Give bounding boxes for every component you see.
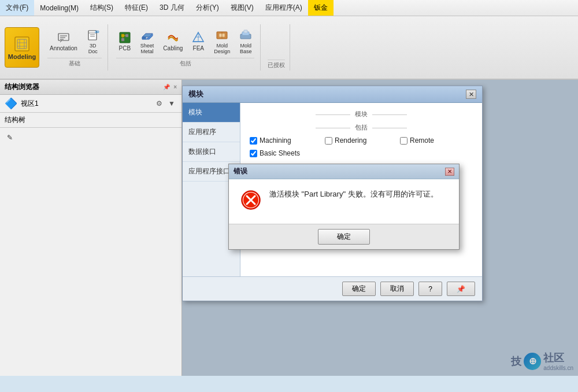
machining-label: Machining: [260, 136, 291, 145]
sheetmetal-label: SheetMetal: [140, 43, 154, 54]
error-ok-btn[interactable]: 确定: [318, 229, 370, 245]
menu-analysis[interactable]: 分析(Y): [190, 0, 225, 16]
pcb-label: PCB: [119, 45, 131, 51]
svg-rect-19: [121, 38, 124, 41]
modeling-label: Modeling: [8, 53, 36, 60]
panel-title-bar: 结构浏览器 📌 ×: [0, 80, 181, 95]
menu-bar: 文件(F) Modeling(M) 结构(S) 特征(E) 3D 几何 分析(Y…: [0, 0, 578, 16]
error-title-bar: 错误 ✕: [229, 164, 459, 179]
modules-dialog-close[interactable]: ✕: [466, 90, 476, 99]
mold-design-icon: [216, 29, 228, 42]
menu-sheetmetal[interactable]: 钣金: [308, 0, 334, 16]
svg-rect-18: [125, 34, 128, 37]
error-footer: 确定: [229, 224, 459, 249]
modules-cancel-btn[interactable]: 取消: [380, 282, 414, 296]
menu-view[interactable]: 视图(V): [225, 0, 260, 16]
view-icon: 🔷: [5, 97, 17, 110]
view-filter-icon[interactable]: ▼: [166, 98, 177, 109]
includes-checkboxes: Machining Rendering Remote Basic Sh: [250, 136, 473, 157]
cabling-icon: [166, 31, 179, 44]
mold-design-label: MoldDesign: [214, 43, 230, 54]
ribbon-3d-doc[interactable]: 3D 3DDoc: [84, 28, 102, 56]
left-panel: 结构浏览器 📌 × 🔷 视区1 ⚙ ▼ 结构树 ✎: [0, 80, 182, 376]
sidebar-data-interface[interactable]: 数据接口: [183, 142, 240, 162]
ribbon-mold-design[interactable]: MoldDesign: [212, 28, 232, 56]
pcb-icon: [118, 31, 131, 44]
error-close-btn[interactable]: ✕: [445, 168, 454, 176]
ribbon-group-includes: PCB SheetMetal: [110, 24, 261, 71]
ribbon-content: Modeling Annotation: [0, 16, 578, 79]
panel-title: 结构浏览器: [5, 82, 39, 92]
tree-label: 结构树: [5, 115, 25, 125]
menu-modeling[interactable]: Modeling(M): [34, 0, 84, 16]
3d-doc-label: 3DDoc: [88, 43, 98, 54]
svg-rect-31: [244, 30, 247, 33]
remote-label: Remote: [410, 136, 434, 145]
checkbox-remote[interactable]: [400, 137, 407, 145]
ribbon-modeling-btn[interactable]: Modeling: [5, 27, 39, 68]
modules-pin-btn[interactable]: 📌: [447, 282, 475, 296]
ribbon-group-basic: Annotation 3D 3DDoc: [42, 24, 108, 71]
mold-base-label: MoldBase: [240, 43, 252, 54]
check-machining[interactable]: Machining: [250, 136, 323, 145]
ribbon-cabling[interactable]: Cabling: [161, 30, 185, 53]
cabling-label: Cabling: [163, 45, 183, 51]
menu-feature[interactable]: 特征(E): [119, 0, 154, 16]
error-icon: [240, 190, 261, 215]
tree-area: ✎: [0, 128, 181, 376]
licensed-group-label: 已授权: [268, 60, 285, 69]
error-dialog: 错误 ✕ 激活模块 "Part Library" 失败。没有可用的许可证。 确定: [228, 164, 460, 250]
includes-section-title: 包括: [250, 123, 473, 132]
ribbon-sheetmetal[interactable]: SheetMetal: [138, 28, 157, 56]
ribbon-annotation[interactable]: Annotation: [47, 30, 80, 53]
view-label: 视区1: [21, 99, 39, 109]
ribbon-mold-base[interactable]: MoldBase: [237, 28, 254, 56]
ribbon-pcb[interactable]: PCB: [116, 30, 134, 53]
annotation-icon: [57, 31, 70, 44]
basic-group-label: 基础: [47, 58, 102, 68]
view-section: 🔷 视区1 ⚙ ▼: [0, 95, 181, 113]
ribbon-fea[interactable]: FEA: [190, 30, 207, 53]
tree-section: 结构树: [0, 113, 181, 128]
sidebar-apps[interactable]: 应用程序: [183, 123, 240, 142]
view-toolbar: ⚙ ▼: [154, 98, 177, 109]
3d-doc-icon: 3D: [87, 29, 99, 42]
menu-application[interactable]: 应用程序(A): [260, 0, 308, 16]
modeling-icon: [13, 35, 31, 53]
svg-rect-17: [121, 34, 124, 37]
svg-text:3D: 3D: [95, 30, 99, 34]
check-remote[interactable]: Remote: [400, 136, 473, 145]
error-body: 激活模块 "Part Library" 失败。没有可用的许可证。: [229, 179, 459, 224]
rendering-label: Rendering: [335, 136, 366, 145]
modules-help-btn[interactable]: ?: [418, 282, 442, 296]
sidebar-modules[interactable]: 模块: [183, 103, 240, 123]
annotation-label: Annotation: [50, 45, 77, 51]
view-settings-icon[interactable]: ⚙: [154, 98, 164, 109]
ribbon: Modeling Annotation: [0, 16, 578, 80]
includes-group-label: 包括: [116, 58, 254, 68]
panel-pin-icon[interactable]: 📌: [163, 84, 170, 90]
modules-dialog-title: 模块: [188, 89, 203, 99]
menu-structure[interactable]: 结构(S): [84, 0, 119, 16]
fea-label: FEA: [193, 45, 204, 51]
check-basic-sheets[interactable]: Basic Sheets: [250, 149, 323, 157]
modules-ok-btn[interactable]: 确定: [342, 282, 376, 296]
modules-main-title: 模块: [250, 110, 473, 119]
error-title: 错误: [234, 167, 247, 176]
menu-3d-geometry[interactable]: 3D 几何: [154, 0, 190, 16]
checkbox-machining[interactable]: [250, 137, 257, 145]
svg-rect-16: [120, 32, 130, 43]
edit-icon: ✎: [7, 134, 13, 142]
sheetmetal-icon: [141, 29, 154, 42]
checkbox-rendering[interactable]: [325, 137, 332, 145]
tree-item-edit[interactable]: ✎: [5, 132, 177, 143]
error-message: 激活模块 "Part Library" 失败。没有可用的许可证。: [269, 188, 438, 201]
modules-dialog-titlebar: 模块 ✕: [183, 86, 482, 103]
checkbox-basic-sheets[interactable]: [250, 150, 257, 157]
menu-file[interactable]: 文件(F): [0, 0, 34, 16]
basic-sheets-label: Basic Sheets: [260, 149, 300, 157]
check-rendering[interactable]: Rendering: [325, 136, 398, 145]
fea-icon: [192, 31, 205, 44]
panel-close-icon[interactable]: ×: [173, 84, 177, 90]
main-layout: 结构浏览器 📌 × 🔷 视区1 ⚙ ▼ 结构树 ✎: [0, 80, 578, 376]
